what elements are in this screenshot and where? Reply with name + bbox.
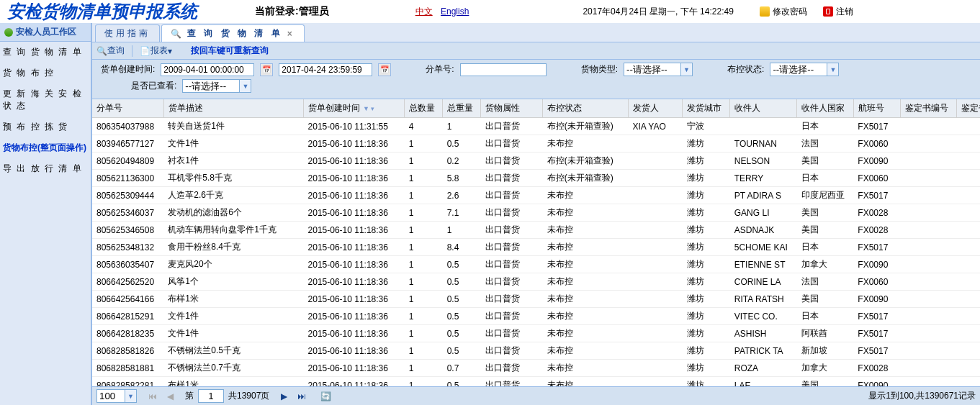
chevron-down-icon[interactable]: ▼ <box>240 79 251 93</box>
tab-query-goods[interactable]: 🔍 查 询 货 物 清 单 × <box>161 24 305 42</box>
table-row[interactable]: 805625346508机动车辆用转向盘零件1千克2015-06-10 11:1… <box>92 222 980 239</box>
cell: 805636035407 <box>92 256 163 273</box>
lang-chinese-link[interactable]: 中文 <box>415 6 433 17</box>
column-header[interactable]: 总重量 <box>443 99 481 118</box>
cell: 不锈钢法兰0.7千克 <box>163 360 303 377</box>
cell: 风筝1个 <box>163 273 303 291</box>
search-button[interactable]: 🔍 查询 <box>96 45 125 57</box>
page-number-input[interactable] <box>198 389 224 403</box>
tab-guide[interactable]: 使用指南 <box>95 24 160 42</box>
sidebar-title: 安检人员工作区 <box>16 26 76 38</box>
table-row[interactable]: 803946577127文件1件2015-06-10 11:18:3610.5出… <box>92 135 980 153</box>
column-header[interactable]: 布控状态 <box>543 99 629 118</box>
ctrl-status-combo[interactable]: ▼ <box>770 63 839 76</box>
cell: 1 <box>405 135 443 153</box>
chevron-down-icon[interactable]: ▼ <box>681 63 693 76</box>
goods-type-combo[interactable]: ▼ <box>624 63 693 76</box>
page-size-combo[interactable]: ▼ <box>96 389 137 403</box>
cell: 2015-06-10 11:31:55 <box>304 118 405 135</box>
sidebar-item[interactable]: 货 物 布 控 <box>0 63 91 83</box>
cell: 日本 <box>797 118 854 135</box>
table-row[interactable]: 806642815291文件1件2015-06-10 11:18:3610.5出… <box>92 308 980 325</box>
column-header[interactable]: 货物属性 <box>481 99 543 118</box>
cell: 未布控 <box>543 222 629 239</box>
column-header[interactable]: 货单创建时间▼ ▾ <box>304 99 405 118</box>
column-header[interactable]: 收件人 <box>730 99 797 118</box>
cell: 未布控 <box>543 187 629 204</box>
ctrl-status-label: 布控状态: <box>727 63 764 76</box>
column-header[interactable]: 分单号 <box>92 99 163 118</box>
cell: 法国 <box>797 135 854 153</box>
next-page-button[interactable]: ▶ <box>278 391 290 401</box>
chevron-down-icon[interactable]: ▼ <box>827 63 839 76</box>
table-row[interactable]: 806642818235文件1件2015-06-10 11:18:3610.5出… <box>92 325 980 342</box>
column-header[interactable]: 鉴定书发行单位 <box>957 99 980 118</box>
logout-label: 注销 <box>836 6 853 18</box>
sub-no-input[interactable] <box>460 63 547 76</box>
table-row[interactable]: 805620494809衬衣1件2015-06-10 11:18:3610.2出… <box>92 153 980 170</box>
last-page-button[interactable]: ⏭ <box>295 391 309 401</box>
refresh-button[interactable]: 🔄 <box>318 391 334 401</box>
cell: 潍坊 <box>683 135 730 153</box>
cell <box>900 204 957 222</box>
cell <box>900 360 957 377</box>
date-to-input[interactable] <box>279 63 372 76</box>
column-header[interactable]: 收件人国家 <box>797 99 854 118</box>
cell: 1 <box>405 308 443 325</box>
calendar-to-icon[interactable]: 📅 <box>378 63 391 76</box>
cell: 4 <box>405 118 443 135</box>
cell: FX0090 <box>853 291 900 308</box>
column-header[interactable]: 总数量 <box>405 99 443 118</box>
table-row[interactable]: 806642562520风筝1个2015-06-10 11:18:3610.5出… <box>92 273 980 291</box>
table-row[interactable]: 806354037988转关自送货1件2015-06-10 11:31:5541… <box>92 118 980 135</box>
table-row[interactable]: 805621136300耳机零件5.8千克2015-06-10 11:18:36… <box>92 170 980 187</box>
chevron-down-icon[interactable]: ▼ <box>125 389 137 403</box>
table-row[interactable]: 806828581826不锈钢法兰0.5千克2015-06-10 11:18:3… <box>92 342 980 360</box>
table-row[interactable]: 806828581881不锈钢法兰0.7千克2015-06-10 11:18:3… <box>92 360 980 377</box>
cell <box>900 325 957 342</box>
cell: 806642562520 <box>92 273 163 291</box>
cell: 潍坊 <box>683 273 730 291</box>
sidebar-item[interactable]: 更 新 海 关 安 检 状 态 <box>0 83 91 117</box>
column-header[interactable]: 发货城市 <box>683 99 730 118</box>
data-grid[interactable]: 分单号货单描述货单创建时间▼ ▾总数量总重量货物属性布控状态发货人发货城市收件人… <box>92 99 980 386</box>
first-page-button[interactable]: ⏮ <box>145 391 160 401</box>
report-dropdown[interactable]: 📄 报表 ▾ <box>140 45 172 57</box>
cell: 潍坊 <box>683 222 730 239</box>
table-row[interactable]: 805625346037发动机的滤油器6个2015-06-10 11:18:36… <box>92 204 980 222</box>
calendar-from-icon[interactable]: 📅 <box>260 63 273 76</box>
viewed-combo[interactable]: ▼ <box>182 79 251 93</box>
sidebar-item[interactable]: 货物布控(整页面操作) <box>0 137 91 158</box>
cell: 1 <box>405 222 443 239</box>
logout-button[interactable]: 注销 <box>819 4 858 19</box>
cell: LAE <box>730 377 797 387</box>
column-header[interactable]: 货单描述 <box>163 99 303 118</box>
lang-english-link[interactable]: English <box>441 6 469 17</box>
prev-page-button[interactable]: ◀ <box>164 391 176 401</box>
table-row[interactable]: 806642564166布样1米2015-06-10 11:18:3610.5出… <box>92 291 980 308</box>
cell <box>628 308 683 325</box>
sidebar-item[interactable]: 预 布 控 拣 货 <box>0 117 91 137</box>
table-row[interactable]: 805625309444人造革2.6千克2015-06-10 11:18:361… <box>92 187 980 204</box>
cell <box>957 239 980 256</box>
column-header[interactable]: 航班号 <box>853 99 900 118</box>
app-title: 安检货物清单预申报系统 <box>7 0 197 23</box>
cell: 宁波 <box>683 118 730 135</box>
date-from-input[interactable] <box>161 63 254 76</box>
column-header[interactable]: 鉴定书编号 <box>900 99 957 118</box>
cell: 潍坊 <box>683 342 730 360</box>
table-row[interactable]: 805625348132食用干粉丝8.4千克2015-06-10 11:18:3… <box>92 239 980 256</box>
close-icon[interactable]: × <box>287 29 295 39</box>
cell: 出口普货 <box>481 170 543 187</box>
cell: 出口普货 <box>481 239 543 256</box>
sidebar-item[interactable]: 导 出 放 行 清 单 <box>0 158 91 179</box>
change-password-button[interactable]: 修改密码 <box>755 4 812 19</box>
cell: 阿联酋 <box>797 325 854 342</box>
table-row[interactable]: 805636035407麦克风20个2015-06-10 11:18:3610.… <box>92 256 980 273</box>
sidebar-item[interactable]: 查 询 货 物 清 单 <box>0 42 91 63</box>
table-row[interactable]: 806828582281布样1米2015-06-10 11:18:3610.5出… <box>92 377 980 387</box>
cell <box>957 222 980 239</box>
column-header[interactable]: 发货人 <box>628 99 683 118</box>
cell: 转关自送货1件 <box>163 118 303 135</box>
cell: GANG LI <box>730 204 797 222</box>
